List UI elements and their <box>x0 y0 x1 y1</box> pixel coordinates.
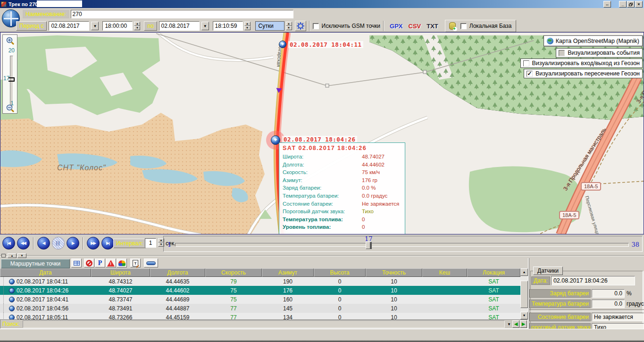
column-header[interactable]: Кеш <box>422 268 467 277</box>
table-row[interactable]: 02.08.2017 18:04:4148.7374744.4468975160… <box>0 295 528 304</box>
export-txt-button[interactable]: TXT <box>427 23 438 30</box>
map-layer-label: Карта OpenStreetMap (Mapnik) <box>556 38 639 44</box>
no-entry-filter-button[interactable] <box>84 259 94 267</box>
tooltip-field-value: Не заряжается <box>362 200 399 208</box>
column-header[interactable]: Долгота <box>150 268 205 277</box>
warning-icon: ! <box>107 260 115 267</box>
minimize-button[interactable]: _ <box>619 1 627 8</box>
table-tool-button[interactable] <box>71 259 82 267</box>
map-overlay-option-2[interactable]: ✓Визуализировать пересечение Геозон <box>524 69 643 78</box>
exclude-gsm-checkbox[interactable] <box>313 23 319 29</box>
local-base-checkbox[interactable] <box>460 23 467 29</box>
slider-thumb[interactable] <box>366 242 372 249</box>
cell-text: 02.08.2017 18:04:26 <box>17 287 68 294</box>
column-header[interactable]: Высота <box>314 268 366 277</box>
cell: 44.44602 <box>150 287 205 294</box>
name-input[interactable]: 270 <box>71 10 293 18</box>
overlay-label: Визуализировать пересечение Геозон <box>535 70 640 77</box>
column-header[interactable]: Локация <box>467 268 520 277</box>
date-from-combo[interactable]: 02.08.2017 <box>49 21 89 31</box>
map-overlay-option-0[interactable]: Визуализировать события <box>556 48 643 58</box>
playback-bar: |◀◀◀◀▌▌▶▶▶▶| Интервал: 1 ▲▼ сек. 1 17 38 <box>0 234 644 253</box>
cell: SAT <box>467 287 520 294</box>
date-to-dropdown-icon[interactable]: ▼ <box>201 22 209 30</box>
export-gpx-button[interactable]: GPX <box>390 23 402 30</box>
export-text-button[interactable]: T <box>130 259 141 267</box>
fit-button[interactable]: ↔ <box>603 1 611 8</box>
play-backward-button[interactable]: ◀ <box>37 237 50 250</box>
tooltip-field-label: Заряд батареи: <box>283 184 362 192</box>
collapse-down-button[interactable]: ▼ <box>17 253 26 258</box>
collapse-up-button[interactable]: ▲ <box>8 253 17 258</box>
splitter[interactable]: ▲ ▼ <box>0 253 644 258</box>
window-bottom-edge <box>0 340 644 342</box>
title-bar[interactable]: Трек по 270 ↔ _ × <box>0 0 644 8</box>
tab-route-points[interactable]: Маршрутные точки <box>1 259 70 268</box>
scrollbar-thumb[interactable] <box>520 281 528 308</box>
time-from-input[interactable]: 18:00:00 <box>102 21 133 31</box>
preset-spinner[interactable]: ▲▼ <box>286 22 292 30</box>
search-input[interactable] <box>23 320 505 328</box>
track-point-marker[interactable]: ✚ <box>279 41 286 48</box>
play-button[interactable]: ▶ <box>67 237 79 250</box>
column-header[interactable]: Дата <box>0 268 91 277</box>
splitter-line <box>0 255 644 256</box>
export-csv-button[interactable]: CSV <box>409 23 421 30</box>
cell: 48.73491 <box>91 305 150 312</box>
search-dropdown-icon[interactable]: ▼ <box>506 322 512 326</box>
collapse-panel-button[interactable] <box>144 259 158 267</box>
map-zoom-control[interactable]: 20 17 1 <box>2 34 17 114</box>
cell: SAT <box>467 296 520 303</box>
table-row[interactable]: 02.08.2017 18:05:1148.7326644.4515977134… <box>0 313 528 319</box>
next-point-button[interactable]: ▶ <box>520 320 527 328</box>
column-header[interactable]: Точность <box>366 268 422 277</box>
sensor-field-value: Тихо <box>592 323 644 329</box>
tooltip-field-label: Температура батареи: <box>283 192 362 200</box>
prev-point-button[interactable]: ◀ <box>512 320 519 328</box>
zoom-out-icon[interactable] <box>6 104 15 113</box>
map-layer-button[interactable]: Карта OpenStreetMap (Mapnik) <box>544 35 643 46</box>
table-vertical-scrollbar[interactable]: ▲ ▼ <box>520 268 528 319</box>
cell: 44.44689 <box>150 296 205 303</box>
time-from-spinner[interactable]: ▲▼ <box>134 22 140 30</box>
splitter-handle[interactable] <box>1 254 6 258</box>
scroll-up-icon[interactable]: ▲ <box>520 268 528 276</box>
time-to-spinner[interactable]: ▲▼ <box>244 22 251 30</box>
date-to-combo[interactable]: 02.08.2017 <box>159 21 200 31</box>
cell: 02.08.2017 18:05:11 <box>0 313 91 319</box>
settings-button[interactable] <box>295 21 306 31</box>
map-overlay-option-1[interactable]: Визуализировать вход/выход из Геозон <box>520 58 643 68</box>
table-row[interactable]: 02.08.2017 18:04:5648.7349144.4488777145… <box>0 304 528 313</box>
rewind-button[interactable]: ◀◀ <box>17 237 30 250</box>
track-position-slider[interactable] <box>175 243 629 247</box>
alarm-filter-button[interactable]: ! <box>106 259 116 267</box>
tooltip-field-value: 176 гр <box>362 176 377 184</box>
column-header[interactable]: Скорость <box>205 268 262 277</box>
overlay-checkbox[interactable]: ✓ <box>527 71 533 77</box>
restore-button[interactable] <box>627 1 635 8</box>
parking-filter-button[interactable]: P <box>95 259 105 267</box>
skip-end-button[interactable]: ▶| <box>101 237 114 250</box>
scroll-down-icon[interactable]: ▼ <box>520 312 528 319</box>
interval-input[interactable]: 1 <box>145 238 156 248</box>
tooltip-field-label: Скорость: <box>283 168 362 176</box>
overlay-checkbox[interactable] <box>523 60 529 67</box>
skip-start-button[interactable]: |◀ <box>2 237 15 250</box>
cell: SAT <box>467 278 520 285</box>
fast-forward-button[interactable]: ▶▶ <box>87 237 100 250</box>
close-button[interactable]: × <box>635 1 643 8</box>
column-header[interactable]: Азимут <box>262 268 314 277</box>
tooltip-field-label: Долгота: <box>283 161 362 169</box>
overlay-checkbox[interactable] <box>559 50 565 56</box>
column-header[interactable]: Широта <box>91 268 150 277</box>
pause-button[interactable]: ▌▌ <box>52 237 65 250</box>
date-from-dropdown-icon[interactable]: ▼ <box>91 22 99 30</box>
zoom-in-icon[interactable] <box>6 36 15 46</box>
map-view[interactable]: СНТ "Колос" Ангарская 3-я Продольная маг… <box>0 32 644 234</box>
table-row[interactable]: 02.08.2017 18:04:2648.7402744.4460275176… <box>0 286 528 295</box>
table-row[interactable]: 02.08.2017 18:04:1148.7431244.4463579190… <box>0 277 528 286</box>
events-filter-button[interactable] <box>117 259 127 267</box>
preset-combo[interactable]: Сутки <box>255 21 284 31</box>
time-to-input[interactable]: 18:10:59 <box>213 21 243 31</box>
interval-label: Интервал: <box>113 239 146 248</box>
